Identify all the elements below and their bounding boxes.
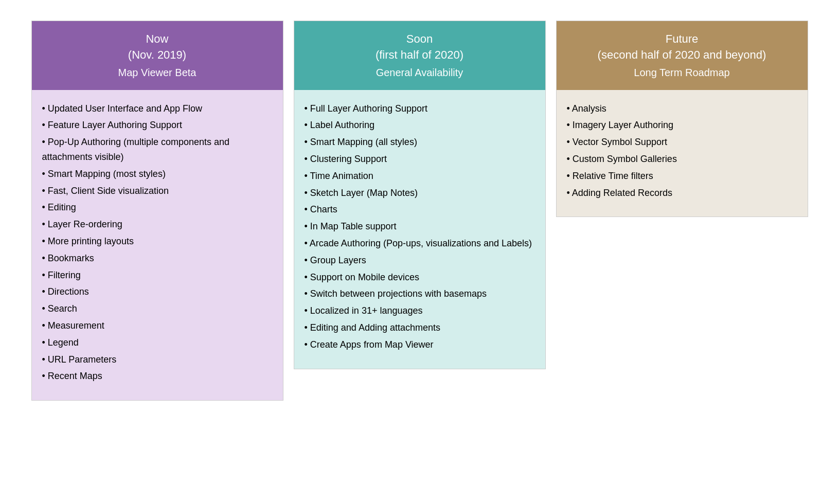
- list-item: Recent Maps: [42, 368, 273, 385]
- column-soon-body: Full Layer Authoring SupportLabel Author…: [294, 90, 545, 369]
- list-item: Filtering: [42, 267, 273, 284]
- column-future-header: Future(second half of 2020 and beyond)Lo…: [557, 21, 808, 90]
- column-now-list: Updated User Interface and App FlowFeatu…: [42, 100, 273, 385]
- column-future-subtitle: Long Term Roadmap: [565, 65, 799, 80]
- column-future-body: AnalysisImagery Layer AuthoringVector Sy…: [557, 90, 808, 217]
- list-item: Support on Mobile devices: [305, 269, 535, 286]
- list-item: Analysis: [567, 100, 797, 117]
- list-item: More printing layouts: [42, 233, 273, 250]
- list-item: Group Layers: [305, 252, 535, 269]
- list-item: Editing: [42, 199, 273, 216]
- list-item: Switch between projections with basemaps: [305, 285, 535, 302]
- list-item: Smart Mapping (all styles): [305, 134, 535, 151]
- list-item: Relative Time filters: [567, 168, 797, 185]
- list-item: Layer Re-ordering: [42, 216, 273, 233]
- list-item: Pop-Up Authoring (multiple components an…: [42, 134, 273, 166]
- list-item: Sketch Layer (Map Notes): [305, 185, 535, 202]
- list-item: Measurement: [42, 317, 273, 334]
- list-item: In Map Table support: [305, 218, 535, 235]
- list-item: Arcade Authoring (Pop-ups, visualization…: [305, 235, 535, 252]
- list-item: URL Parameters: [42, 351, 273, 368]
- list-item: Editing and Adding attachments: [305, 319, 535, 336]
- column-soon-date: (first half of 2020): [302, 47, 537, 63]
- list-item: Smart Mapping (most styles): [42, 166, 273, 183]
- list-item: Label Authoring: [305, 117, 535, 134]
- list-item: Localized in 31+ languages: [305, 302, 535, 319]
- list-item: Updated User Interface and App Flow: [42, 100, 273, 117]
- list-item: Full Layer Authoring Support: [305, 100, 535, 117]
- column-future: Future(second half of 2020 and beyond)Lo…: [556, 21, 808, 217]
- list-item: Clustering Support: [305, 151, 535, 168]
- column-soon-header: Soon(first half of 2020)General Availabi…: [294, 21, 545, 90]
- list-item: Feature Layer Authoring Support: [42, 117, 273, 134]
- list-item: Search: [42, 300, 273, 317]
- list-item: Legend: [42, 334, 273, 351]
- list-item: Directions: [42, 283, 273, 300]
- list-item: Imagery Layer Authoring: [567, 117, 797, 134]
- column-now-header: Now(Nov. 2019)Map Viewer Beta: [32, 21, 283, 90]
- column-future-title: Future: [565, 31, 799, 47]
- column-soon-title: Soon: [302, 31, 537, 47]
- list-item: Vector Symbol Support: [567, 134, 797, 151]
- list-item: Bookmarks: [42, 250, 273, 267]
- list-item: Time Animation: [305, 168, 535, 185]
- column-now-title: Now: [40, 31, 275, 47]
- column-now-body: Updated User Interface and App FlowFeatu…: [32, 90, 283, 401]
- column-future-date: (second half of 2020 and beyond): [565, 47, 799, 63]
- column-soon: Soon(first half of 2020)General Availabi…: [294, 21, 546, 369]
- list-item: Fast, Client Side visualization: [42, 183, 273, 200]
- column-soon-subtitle: General Availability: [302, 65, 537, 80]
- list-item: Custom Symbol Galleries: [567, 151, 797, 168]
- column-soon-list: Full Layer Authoring SupportLabel Author…: [305, 100, 535, 353]
- list-item: Adding Related Records: [567, 185, 797, 202]
- list-item: Create Apps from Map Viewer: [305, 336, 535, 353]
- column-future-list: AnalysisImagery Layer AuthoringVector Sy…: [567, 100, 797, 202]
- column-now: Now(Nov. 2019)Map Viewer BetaUpdated Use…: [31, 21, 283, 401]
- column-now-subtitle: Map Viewer Beta: [40, 65, 275, 80]
- list-item: Charts: [305, 201, 535, 218]
- column-now-date: (Nov. 2019): [40, 47, 275, 63]
- roadmap-container: Now(Nov. 2019)Map Viewer BetaUpdated Use…: [0, 0, 839, 504]
